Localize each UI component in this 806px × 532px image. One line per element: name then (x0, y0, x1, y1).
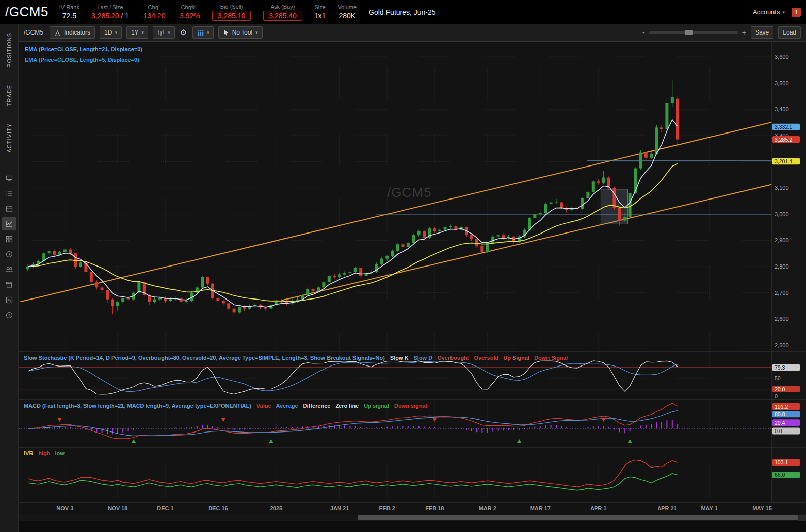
chevron-down-icon: ▾ (782, 10, 785, 15)
iv-rank-col: IV Rank 72.5 (59, 4, 79, 20)
chevron-down-icon: ▾ (115, 30, 117, 35)
forex-icon[interactable]: Fz (2, 293, 16, 307)
chevron-down-icon: ▾ (168, 30, 170, 35)
legend-item: Difference (303, 403, 331, 409)
chart-scrollbar[interactable] (19, 514, 806, 521)
archive-icon[interactable] (2, 278, 16, 291)
symbol-title: /GCM5 (5, 4, 48, 20)
chg-value: -134.20 (141, 12, 165, 20)
volume-col: Volume 280K (338, 4, 357, 20)
scrollbar-corner (798, 515, 806, 521)
chart-toolbar: /GCM5 Indicators 1D ▾ 1Y ▾ ▾ ⚙ (19, 24, 806, 42)
legend-item: Value (256, 403, 271, 409)
alert-icon[interactable]: ! (792, 8, 801, 17)
candle-chart-icon (157, 29, 165, 36)
save-button[interactable]: Save (751, 26, 773, 39)
x-axis-label: 2025 (262, 505, 291, 511)
zoom-in-button[interactable]: + (742, 28, 746, 37)
bid-col: Bid (Sell) 3,285.10 (212, 4, 251, 21)
zoom-out-button[interactable]: - (642, 28, 645, 37)
legend-item: Down signal (394, 403, 427, 409)
svg-text:3,400: 3,400 (775, 106, 789, 112)
stochastic-legend: Slow Stochastic (K Period=14, D Period=9… (24, 355, 573, 361)
sidebar-tab-positions[interactable]: POSITIONS (6, 32, 12, 68)
svg-text:Fz: Fz (8, 298, 12, 302)
legend-item: Slow K (390, 355, 409, 361)
ivr-legend: IVRhighlow (24, 450, 70, 456)
svg-text:20.0: 20.0 (775, 386, 785, 392)
sidebar-tab-activity[interactable]: ACTIVITY (6, 123, 12, 153)
legend-item: Up signal (364, 403, 389, 409)
ask-label: Ask (Buy) (271, 4, 295, 10)
zoom-control: - + (642, 28, 746, 37)
sidebar-tab-trade[interactable]: TRADE (6, 85, 12, 106)
svg-text:79.3: 79.3 (775, 364, 785, 371)
sidebar-icons: Fz ? (2, 171, 16, 323)
grid-layout-dropdown[interactable]: ▾ (192, 26, 214, 39)
community-icon[interactable] (2, 263, 16, 276)
monitor-icon[interactable] (2, 172, 16, 185)
chart-icon[interactable] (2, 217, 16, 230)
ivr-pane (28, 460, 678, 490)
x-axis-label: NOV 18 (104, 505, 132, 511)
legend-item: Oversold (474, 355, 499, 361)
x-axis-label: NOV 3 (51, 505, 79, 511)
stochastic-pane (19, 361, 772, 394)
svg-text:0.0: 0.0 (775, 428, 782, 434)
svg-text:2,600: 2,600 (775, 316, 789, 322)
indicators-button[interactable]: Indicators (50, 26, 95, 39)
x-axis-label: APR 1 (584, 505, 612, 511)
help-icon[interactable]: ? (2, 309, 16, 322)
range-dropdown[interactable]: 1Y ▾ (126, 26, 148, 39)
chg-col: Chg -134.20 (141, 4, 165, 20)
load-button[interactable]: Load (778, 26, 801, 39)
gear-icon: ⚙ (180, 28, 187, 37)
scrollbar-thumb[interactable] (358, 515, 798, 520)
svg-text:101.2: 101.2 (775, 404, 788, 410)
legend-item: Up Signal (503, 355, 529, 361)
bottom-filler (19, 521, 806, 532)
svg-text:66.0: 66.0 (775, 472, 785, 478)
ema21-study-label: EMA (Price=CLOSE, Length=21, Displace=0) (25, 46, 142, 52)
size-value: 1x1 (314, 12, 326, 20)
bid-label: Bid (Sell) (220, 4, 243, 10)
orders-icon[interactable] (2, 187, 16, 200)
svg-text:50: 50 (775, 375, 781, 381)
svg-text:3,600: 3,600 (775, 54, 789, 60)
svg-text:3,000: 3,000 (775, 211, 789, 217)
quote-header: /GCM5 IV Rank 72.5 Last / Size 3,285.20 … (0, 0, 806, 24)
last-size-value: / 1 (121, 12, 129, 20)
history-icon[interactable] (2, 248, 16, 261)
chart-symbol-label: /GCM5 (24, 29, 43, 36)
svg-text:2,800: 2,800 (775, 263, 789, 270)
ema-lines (28, 120, 678, 307)
drawing-tool-dropdown[interactable]: No Tool ▾ (218, 26, 263, 39)
chg-pct-value: -3.92% (177, 12, 200, 20)
bid-button[interactable]: 3,285.10 (212, 11, 251, 21)
last-size-col: Last / Size 3,285.20 / 1 (91, 4, 129, 20)
grid-icon[interactable] (2, 232, 16, 246)
zoom-slider[interactable] (649, 31, 738, 34)
chg-pct-label: Chg% (181, 4, 197, 11)
legend-item: MACD (Fast length=8, Slow length=21, MAC… (24, 403, 251, 409)
x-axis-label: DEC 1 (151, 505, 179, 511)
chart-type-dropdown[interactable]: ▾ (153, 26, 175, 39)
aggregation-dropdown[interactable]: 1D ▾ (100, 26, 122, 39)
x-axis-label: DEC 16 (204, 505, 232, 511)
ask-button[interactable]: 3,285.40 (263, 11, 302, 21)
price-chart[interactable]: 3,6003,5003,4003,3003,2003,1003,0002,900… (19, 42, 806, 504)
svg-text:0: 0 (775, 393, 778, 400)
legend-item: low (55, 450, 65, 456)
time-axis: NOV 3NOV 18DEC 1DEC 162025JAN 21FEB 2FEB… (19, 504, 806, 514)
zoom-slider-thumb[interactable] (685, 30, 693, 35)
iv-rank-label: IV Rank (59, 4, 79, 11)
blue-grid-icon (197, 29, 204, 36)
svg-text:2,900: 2,900 (775, 237, 789, 243)
chart-settings-button[interactable]: ⚙ (179, 27, 188, 38)
x-axis-label: MAY 1 (695, 505, 724, 511)
x-axis-label: JAN 21 (326, 505, 354, 511)
calendar-icon[interactable] (2, 202, 16, 215)
svg-text:2,500: 2,500 (775, 342, 789, 348)
size-col: Size 1x1 (314, 4, 326, 20)
accounts-dropdown[interactable]: Accounts ▾ (753, 8, 785, 16)
